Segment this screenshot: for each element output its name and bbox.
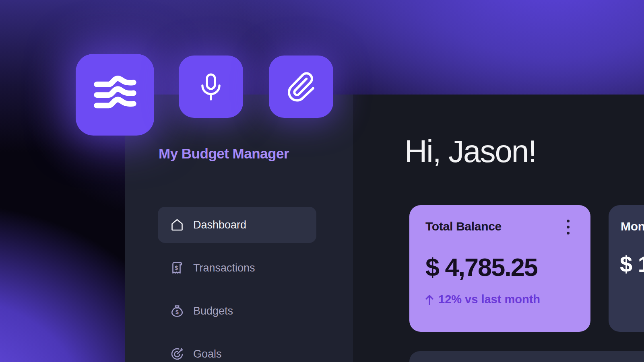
sidebar-item-label: Budgets: [193, 305, 233, 317]
sidebar: My Budget Manager Dashboard $: [125, 95, 353, 362]
app-window: My Budget Manager Dashboard $: [125, 95, 644, 362]
receipt-icon: $: [169, 260, 185, 276]
svg-text:$: $: [175, 309, 179, 315]
kebab-menu-icon[interactable]: [562, 219, 574, 235]
sidebar-item-label: Dashboard: [193, 219, 246, 231]
card-title: Total Balance: [425, 220, 502, 233]
app-title: My Budget Manager: [159, 146, 289, 162]
money-bag-icon: $: [169, 303, 185, 319]
sidebar-item-transactions[interactable]: $ Transactions: [158, 250, 316, 286]
waves-logo-icon: [93, 72, 137, 117]
attach-file-button[interactable]: [269, 56, 333, 118]
svg-text:$: $: [175, 265, 178, 271]
sidebar-item-label: Transactions: [193, 262, 255, 274]
microphone-icon: [195, 70, 227, 103]
paperclip-icon: [285, 71, 317, 103]
total-balance-card[interactable]: Total Balance $ 4,785.25 12% vs last mon…: [409, 205, 590, 332]
home-icon: [169, 217, 185, 233]
monthly-amount: $ 1: [620, 251, 644, 277]
trend-indicator: 12% vs last month: [425, 293, 540, 306]
background-gradient: My Budget Manager Dashboard $: [0, 0, 644, 362]
voice-input-button[interactable]: [179, 56, 243, 118]
card-title: Mon: [621, 220, 644, 233]
sidebar-item-goals[interactable]: Goals: [158, 336, 316, 362]
sidebar-item-label: Goals: [193, 348, 222, 360]
sidebar-item-budgets[interactable]: $ Budgets: [158, 293, 316, 329]
target-icon: [169, 346, 185, 362]
greeting-heading: Hi, Jason!: [405, 133, 536, 170]
trend-label: 12% vs last month: [438, 293, 540, 306]
sidebar-item-dashboard[interactable]: Dashboard: [158, 207, 316, 243]
trend-up-icon: [425, 294, 434, 306]
main-content: Hi, Jason! Total Balance $ 4,785.25 12% …: [353, 95, 644, 362]
monthly-card-truncated[interactable]: Mon $ 1: [609, 205, 644, 332]
bottom-card-partial[interactable]: [409, 351, 644, 362]
app-logo-button[interactable]: [76, 54, 154, 136]
balance-amount: $ 4,785.25: [425, 253, 537, 282]
